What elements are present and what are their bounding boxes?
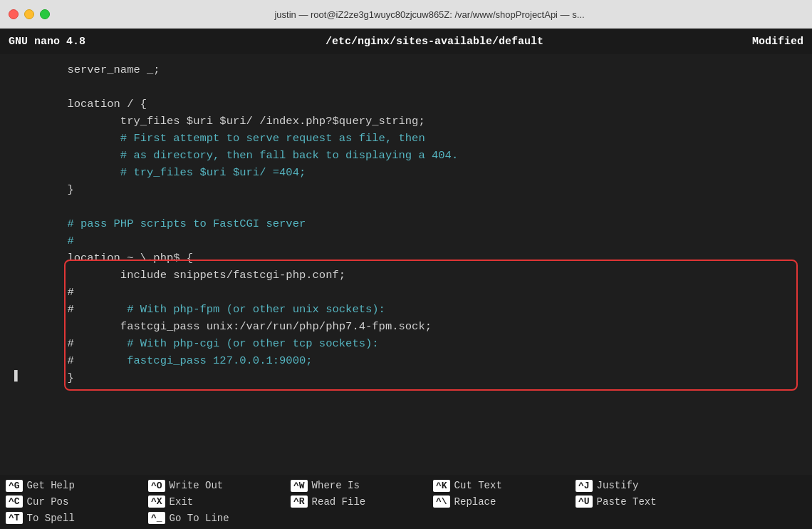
shortcut-item[interactable]: ^XExit — [142, 494, 285, 510]
editor-line: # First attempt to serve request as file… — [0, 130, 812, 147]
shortcut-label: To Spell — [27, 513, 75, 524]
editor-line: location ~ \.php$ { — [0, 250, 812, 267]
shortcut-key[interactable]: ^X — [148, 495, 165, 508]
shortcut-label: Replace — [454, 496, 496, 508]
shortcut-item[interactable]: ^_Go To Line — [142, 510, 285, 526]
shortcut-key[interactable]: ^J — [576, 480, 593, 492]
shortcut-label: Cur Pos — [27, 496, 69, 508]
title-bar: justin — root@iZ2ze3g1wuyc80zjcuw865Z: /… — [0, 0, 812, 29]
shortcut-item[interactable]: ^KCut Text — [427, 478, 570, 494]
shortcut-label: Paste Text — [597, 496, 657, 508]
shortcut-label: Write Out — [170, 480, 224, 491]
editor-line: location / { — [0, 96, 812, 113]
shortcut-item[interactable]: ^OWrite Out — [142, 478, 285, 494]
shortcut-item[interactable]: ^WWhere Is — [285, 478, 427, 494]
shortcut-label: Where Is — [312, 480, 360, 491]
shortcut-item[interactable]: ^UPaste Text — [570, 494, 712, 510]
shortcut-key[interactable]: ^T — [6, 512, 23, 524]
shortcut-label: Read File — [312, 496, 366, 508]
window-title: justin — root@iZ2ze3g1wuyc80zjcuw865Z: /… — [56, 9, 803, 20]
editor-line: # try_files $uri $uri/ =404; — [0, 164, 812, 181]
shortcut-key[interactable]: ^\ — [433, 495, 450, 508]
shortcut-key[interactable]: ^W — [291, 480, 308, 492]
editor-line: include snippets/fastcgi-php.conf; — [0, 267, 812, 284]
status-bar: GNU nano 4.8 /etc/nginx/sites-available/… — [0, 29, 812, 54]
shortcut-key[interactable]: ^O — [148, 480, 165, 492]
shortcut-key[interactable]: ^_ — [148, 512, 165, 524]
maximize-button[interactable] — [40, 9, 50, 19]
shortcut-item[interactable]: ^TTo Spell — [0, 510, 142, 526]
shortcut-item[interactable]: ^GGet Help — [0, 478, 142, 494]
shortcut-label: Exit — [170, 496, 194, 508]
editor-line: fastcgi_pass unix:/var/run/php/php7.4-fp… — [0, 318, 812, 335]
editor-line: } — [0, 369, 812, 386]
editor-line: # # With php-fpm (or other unix sockets)… — [0, 301, 812, 318]
editor-line — [0, 198, 812, 215]
editor-line — [0, 78, 812, 96]
shortcut-key[interactable]: ^C — [6, 495, 23, 508]
shortcut-item[interactable]: ^CCur Pos — [0, 494, 142, 510]
shortcut-key[interactable]: ^G — [6, 480, 23, 492]
shortcut-item[interactable]: ^JJustify — [570, 478, 712, 494]
editor-line: try_files $uri $uri/ /index.php?$query_s… — [0, 113, 812, 130]
close-button[interactable] — [9, 9, 19, 19]
file-path: /etc/nginx/sites-available/default — [137, 36, 732, 48]
shortcut-label: Go To Line — [170, 513, 229, 524]
editor-line — [0, 386, 812, 404]
editor-line: } — [0, 181, 812, 198]
editor-line: # pass PHP scripts to FastCGI server — [0, 215, 812, 232]
shortcut-key[interactable]: ^R — [291, 495, 308, 508]
editor-line: # — [0, 284, 812, 301]
shortcut-label: Get Help — [27, 480, 75, 491]
editor-line: # # With php-cgi (or other tcp sockets): — [0, 335, 812, 352]
editor-line: # as directory, then fall back to displa… — [0, 147, 812, 164]
shortcut-item[interactable]: ^RRead File — [285, 494, 427, 510]
shortcut-label: Justify — [597, 480, 639, 491]
shortcut-item[interactable]: ^\Replace — [427, 494, 570, 510]
shortcut-label: Cut Text — [454, 480, 502, 491]
shortcut-key[interactable]: ^K — [433, 480, 450, 492]
editor-area[interactable]: server_name _; location / { try_files $u… — [0, 54, 812, 475]
shortcuts-bar: ^GGet Help^OWrite Out^WWhere Is^KCut Tex… — [0, 475, 812, 529]
minimize-button[interactable] — [24, 9, 34, 19]
editor-line: # — [0, 232, 812, 250]
modified-status: Modified — [732, 36, 803, 48]
shortcut-key[interactable]: ^U — [576, 495, 593, 508]
editor-line: # fastcgi_pass 127.0.0.1:9000; — [0, 352, 812, 369]
nano-version: GNU nano 4.8 — [9, 36, 137, 48]
cursor-indicator: ▌ — [14, 368, 21, 385]
editor-line: server_name _; — [0, 61, 812, 78]
